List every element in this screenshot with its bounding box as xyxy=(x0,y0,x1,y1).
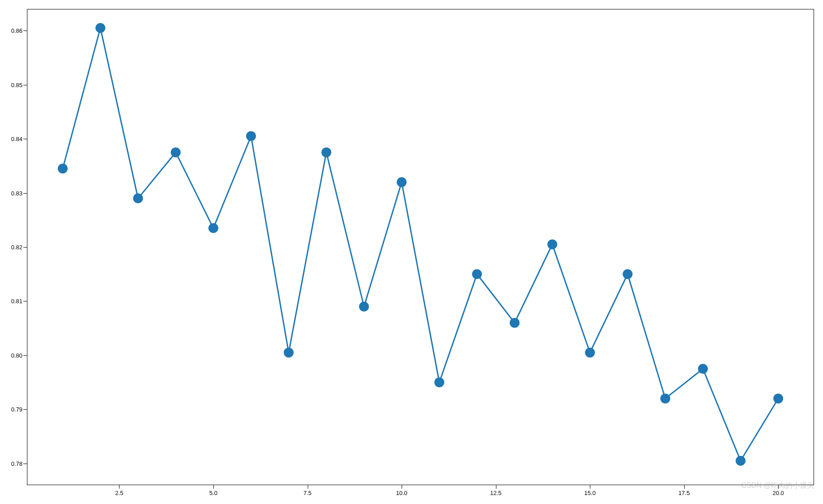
y-tick xyxy=(23,139,27,139)
data-point xyxy=(208,223,218,233)
y-tick-label: 0.86 xyxy=(11,27,22,34)
x-tick-label: 7.5 xyxy=(303,490,311,496)
x-tick xyxy=(119,485,119,489)
y-tick-label: 0.81 xyxy=(11,298,22,305)
y-tick xyxy=(23,247,27,248)
x-tick-label: 5.0 xyxy=(209,490,217,496)
data-point xyxy=(736,456,746,466)
x-tick xyxy=(496,485,496,489)
data-point xyxy=(623,269,633,279)
y-tick-label: 0.80 xyxy=(11,352,22,358)
data-point xyxy=(397,177,407,187)
line-plot xyxy=(27,9,814,485)
x-tick xyxy=(778,485,779,489)
data-point xyxy=(246,131,256,141)
data-point xyxy=(660,393,670,403)
x-tick xyxy=(684,485,685,489)
y-tick xyxy=(23,31,27,31)
y-tick-label: 0.78 xyxy=(11,460,22,467)
data-point xyxy=(321,147,331,157)
x-tick xyxy=(402,485,402,489)
x-tick-label: 2.5 xyxy=(115,490,123,496)
y-tick xyxy=(23,301,27,301)
y-tick-label: 0.83 xyxy=(11,190,22,196)
x-tick-label: 17.5 xyxy=(678,490,690,496)
data-point xyxy=(284,348,294,358)
y-tick xyxy=(23,85,27,85)
data-point xyxy=(585,348,595,358)
data-point xyxy=(171,147,181,157)
data-point xyxy=(698,364,708,374)
y-tick-label: 0.79 xyxy=(11,406,22,413)
x-tick xyxy=(308,485,308,489)
chart-container: 0.780.790.800.810.820.830.840.850.862.55… xyxy=(27,9,814,485)
y-tick xyxy=(23,409,27,410)
data-point xyxy=(773,393,783,403)
data-point xyxy=(95,23,105,33)
line-series xyxy=(63,28,779,461)
y-tick xyxy=(23,464,27,464)
y-tick-label: 0.85 xyxy=(11,81,22,88)
data-point xyxy=(510,318,520,328)
x-tick-label: 10.0 xyxy=(396,490,407,496)
data-point xyxy=(547,239,557,249)
x-tick-label: 12.5 xyxy=(490,490,501,496)
x-tick-label: 20.0 xyxy=(773,490,784,496)
data-point xyxy=(58,164,68,173)
y-tick xyxy=(23,355,27,356)
data-point xyxy=(434,377,444,387)
x-tick xyxy=(590,485,590,489)
data-point xyxy=(472,269,482,279)
data-point xyxy=(133,194,143,203)
y-tick-label: 0.82 xyxy=(11,244,22,251)
y-tick xyxy=(23,193,27,194)
data-point xyxy=(359,302,369,312)
x-tick xyxy=(213,485,214,489)
x-tick-label: 15.0 xyxy=(584,490,596,496)
y-tick-label: 0.84 xyxy=(11,136,22,142)
